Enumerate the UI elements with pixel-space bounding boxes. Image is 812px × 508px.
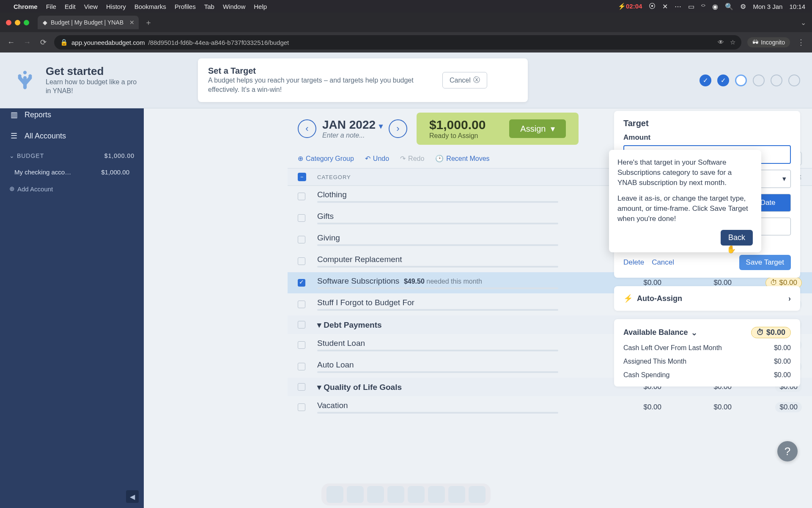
battery-icon[interactable]: ▭	[688, 3, 694, 11]
chevron-down-icon: ▾	[782, 174, 786, 183]
category-name: Clothing	[317, 190, 591, 199]
main-content: ‹ JAN 2022 ▾ Enter a note... › $1,000.00…	[288, 52, 812, 508]
progress-bar	[317, 309, 558, 311]
select-all-checkbox[interactable]: −	[298, 173, 306, 181]
spotlight-icon[interactable]: 🔍	[725, 3, 733, 11]
sidebar-label-reports: Reports	[25, 110, 51, 119]
popover-back-button[interactable]: Back	[721, 230, 753, 246]
svg-point-0	[23, 71, 27, 74]
dock-notes-icon[interactable]	[367, 486, 384, 503]
progress-bar	[317, 201, 558, 203]
available-balance-toggle[interactable]: Available Balance ⌄ ⏱ $0.00	[623, 327, 791, 338]
month-label[interactable]: JAN 2022	[322, 118, 376, 131]
incognito-badge[interactable]: 🕶 Incognito	[747, 37, 790, 47]
add-account-button[interactable]: ⊕ Add Account	[0, 179, 144, 199]
sidebar-account-row[interactable]: My checking acco… $1,000.00	[0, 165, 144, 179]
next-month-button[interactable]: ›	[389, 119, 407, 138]
chevron-right-icon: ›	[788, 294, 791, 303]
menu-window[interactable]: Window	[223, 3, 245, 10]
collapse-sidebar-button[interactable]: ◀	[126, 490, 139, 503]
available-balance-panel: Available Balance ⌄ ⏱ $0.00 Cash Left Ov…	[614, 319, 800, 387]
wifi-icon[interactable]: ⌔	[701, 3, 705, 10]
window-maximize[interactable]	[24, 20, 29, 25]
progress-bar	[317, 266, 558, 268]
row-checkbox[interactable]	[298, 321, 305, 329]
add-category-group-button[interactable]: ⊕Category Group	[298, 155, 354, 163]
menu-tab[interactable]: Tab	[204, 3, 214, 10]
window-close[interactable]	[6, 20, 11, 25]
account-name: My checking acco…	[14, 168, 71, 176]
tab-close-icon[interactable]: ✕	[129, 19, 134, 26]
dock-app2-icon[interactable]	[448, 486, 465, 503]
month-note-input[interactable]: Enter a note...	[322, 132, 383, 139]
row-checkbox[interactable]	[298, 363, 305, 370]
menu-edit[interactable]: Edit	[65, 3, 76, 10]
ready-to-assign: $1,000.00 Ready to Assign Assign ▾	[417, 113, 579, 145]
status-icon-2[interactable]: ✕	[662, 3, 668, 11]
incognito-icon: 🕶	[752, 39, 758, 46]
control-center-icon[interactable]: ⚙	[740, 3, 746, 11]
eye-off-icon[interactable]: 👁	[718, 39, 724, 46]
address-field[interactable]: 🔒 app.youneedabudget.com /88d9501d-fd6b-…	[54, 35, 741, 50]
menu-view[interactable]: View	[84, 3, 98, 10]
menubar-time[interactable]: 10:14	[789, 3, 805, 10]
undo-button[interactable]: ↶Undo	[365, 155, 389, 163]
help-fab[interactable]: ?	[777, 441, 798, 461]
tab-title: Budget | My Budget | YNAB	[51, 19, 123, 26]
traffic-lights	[6, 20, 29, 25]
recent-moves-button[interactable]: 🕑Recent Moves	[435, 155, 489, 163]
tabs-menu-icon[interactable]: ⌄	[801, 19, 806, 27]
dock-mail-icon[interactable]	[387, 486, 404, 503]
user-switch-icon[interactable]: ◉	[712, 3, 718, 11]
sidebar-section-budget[interactable]: ⌄ BUDGET $1,000.00	[0, 146, 144, 165]
status-icon-3[interactable]: ⋯	[675, 3, 681, 11]
save-target-button[interactable]: Save Target	[739, 255, 791, 270]
row-checkbox[interactable]	[298, 383, 305, 391]
autoassign-panel[interactable]: ⚡ Auto-Assign ›	[614, 286, 800, 311]
menu-profiles[interactable]: Profiles	[175, 3, 196, 10]
dock-chrome-icon[interactable]	[347, 486, 364, 503]
nav-reload-icon[interactable]: ⟳	[38, 38, 48, 47]
assign-button[interactable]: Assign ▾	[509, 119, 566, 138]
new-tab-button[interactable]: ＋	[145, 17, 152, 28]
menubar-app[interactable]: Chrome	[14, 3, 38, 10]
available-cell[interactable]: $0.00	[732, 402, 802, 412]
url-path: /88d9501d-fd6b-44ea-a846-b737f0332516/bu…	[148, 39, 289, 46]
delete-target-link[interactable]: Delete	[623, 258, 644, 267]
menu-bookmarks[interactable]: Bookmarks	[134, 3, 166, 10]
nav-back-icon[interactable]: ←	[6, 38, 16, 47]
row-checkbox[interactable]	[298, 279, 305, 287]
browser-tab[interactable]: ◆ Budget | My Budget | YNAB ✕	[38, 16, 139, 29]
category-name: Giving	[317, 233, 591, 243]
row-checkbox[interactable]	[298, 214, 305, 222]
url-domain: app.youneedabudget.com	[71, 39, 145, 46]
cancel-target-link[interactable]: Cancel	[652, 258, 674, 267]
row-checkbox[interactable]	[298, 403, 305, 411]
row-checkbox[interactable]	[298, 301, 305, 308]
window-minimize[interactable]	[15, 20, 20, 25]
dock-app-icon[interactable]	[428, 486, 445, 503]
menu-file[interactable]: File	[46, 3, 56, 10]
row-checkbox[interactable]	[298, 257, 305, 265]
category-row[interactable]: Vacation $0.00 $0.00 $0.00	[288, 397, 812, 418]
dock-terminal-icon[interactable]	[408, 486, 425, 503]
dock-trash-icon[interactable]	[469, 486, 486, 503]
assigned-cell[interactable]: $0.00	[591, 403, 661, 411]
row-checkbox[interactable]	[298, 193, 305, 200]
menu-help[interactable]: Help	[254, 3, 267, 10]
chevron-down-icon[interactable]: ▾	[379, 122, 383, 130]
browser-menu-icon[interactable]: ⋮	[796, 38, 806, 47]
amount-label: Amount	[623, 133, 650, 141]
ready-label: Ready to Assign	[429, 132, 486, 140]
row-checkbox[interactable]	[298, 341, 305, 349]
menubar-date[interactable]: Mon 3 Jan	[753, 3, 782, 10]
menu-history[interactable]: History	[106, 3, 126, 10]
prev-month-button[interactable]: ‹	[298, 119, 316, 138]
status-icon-1[interactable]: ⦿	[649, 3, 656, 10]
ynab-logo-icon	[12, 67, 38, 94]
row-checkbox[interactable]	[298, 236, 305, 243]
dock-finder-icon[interactable]	[326, 486, 343, 503]
sidebar-item-all-accounts[interactable]: ☰ All Accounts	[0, 125, 144, 146]
star-icon[interactable]: ☆	[730, 39, 735, 46]
battery-indicator[interactable]: ⚡02:04	[618, 3, 642, 10]
